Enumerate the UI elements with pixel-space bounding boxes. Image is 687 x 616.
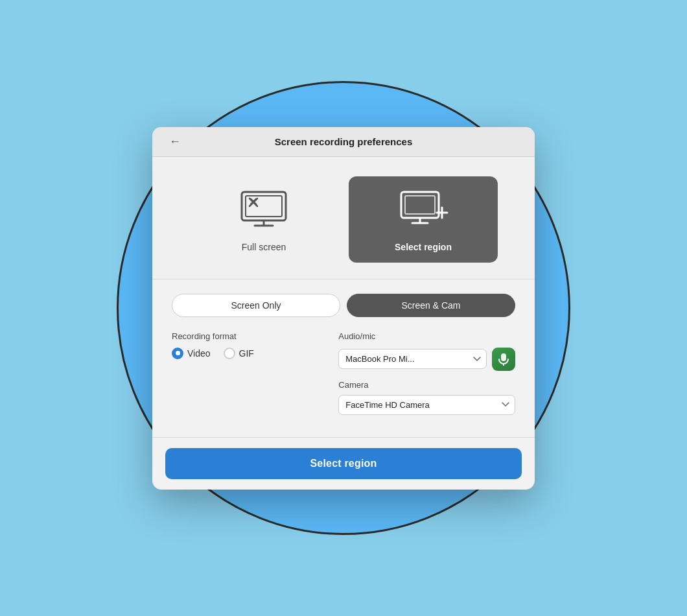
audio-mic-label: Audio/mic (338, 331, 515, 341)
audio-cam-section: Audio/mic MacBook Pro Mi... Default Micr… (338, 331, 515, 424)
mic-icon-button[interactable] (492, 348, 515, 371)
audio-mic-select[interactable]: MacBook Pro Mi... Default Microphone Non… (338, 349, 487, 369)
video-radio-button[interactable] (172, 348, 183, 359)
mode-section: Full screen Select region (152, 157, 535, 279)
gif-radio-item[interactable]: GIF (224, 348, 254, 359)
dialog-container: ← Screen recording preferences (152, 127, 535, 490)
settings-row: Recording format Video GIF Au (172, 331, 515, 424)
full-screen-mode-button[interactable]: Full screen (189, 176, 338, 263)
format-radio-group: Video GIF (172, 348, 319, 359)
options-section: Screen Only Screen & Cam Recording forma… (152, 279, 535, 438)
dialog-header: ← Screen recording preferences (152, 127, 535, 157)
svg-rect-11 (405, 196, 435, 214)
camera-select[interactable]: FaceTime HD Camera None (338, 395, 515, 415)
video-radio-inner (176, 351, 180, 355)
select-region-mode-button[interactable]: Select region (349, 176, 498, 263)
select-region-button[interactable]: Select region (165, 448, 522, 479)
screen-and-cam-button[interactable]: Screen & Cam (347, 294, 515, 317)
footer-section: Select region (152, 438, 535, 490)
screen-only-button[interactable]: Screen Only (172, 294, 340, 317)
recording-format-section: Recording format Video GIF (172, 331, 319, 359)
gif-radio-button[interactable] (224, 348, 235, 359)
full-screen-label: Full screen (242, 242, 286, 252)
video-radio-label: Video (187, 348, 211, 359)
camera-dropdown-row: FaceTime HD Camera None (338, 395, 515, 415)
recording-format-label: Recording format (172, 331, 319, 341)
monitor-icon (238, 189, 290, 234)
back-button[interactable]: ← (164, 132, 186, 151)
dialog-title: Screen recording preferences (165, 136, 522, 147)
video-radio-item[interactable]: Video (172, 348, 211, 359)
svg-rect-16 (501, 353, 506, 361)
select-region-icon (397, 189, 449, 234)
gif-radio-label: GIF (239, 348, 254, 359)
select-region-label: Select region (395, 242, 452, 252)
audio-dropdown-row: MacBook Pro Mi... Default Microphone Non… (338, 348, 515, 371)
capture-toggle: Screen Only Screen & Cam (172, 294, 515, 317)
camera-label: Camera (338, 380, 515, 390)
